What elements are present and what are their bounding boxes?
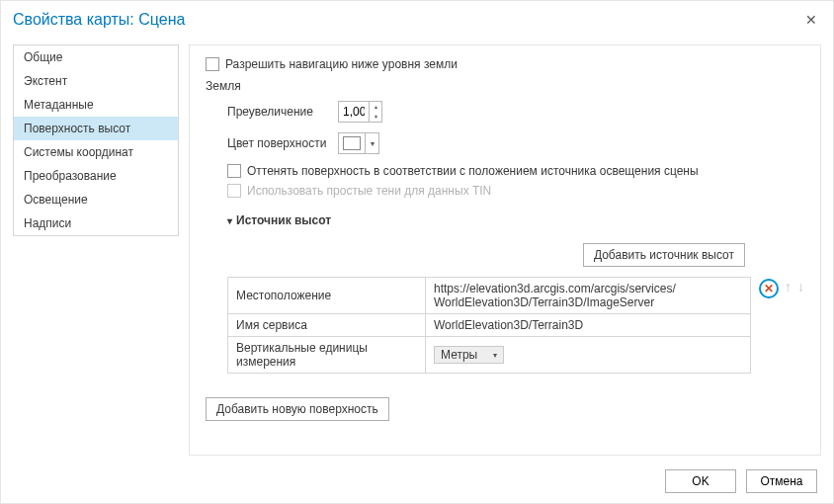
dialog-title: Свойства карты: Сцена — [13, 11, 801, 29]
table-row: Вертикальные единицы измерения Метры ▾ — [228, 337, 751, 374]
location-label: Местоположение — [228, 278, 426, 314]
sidebar-item-labels[interactable]: Надписи — [14, 211, 178, 235]
spinner-up-icon[interactable]: ▴ — [370, 102, 381, 112]
spinner-down-icon[interactable]: ▾ — [370, 112, 381, 122]
sidebar-item-transformation[interactable]: Преобразование — [14, 164, 178, 188]
ground-section-label: Земля — [206, 79, 804, 93]
add-elevation-source-button[interactable]: Добавить источник высот — [583, 243, 745, 267]
vertical-units-value: Метры — [441, 348, 477, 362]
location-value: https://elevation3d.arcgis.com/arcgis/se… — [426, 278, 735, 314]
exaggeration-spinner[interactable]: ▴ ▾ — [338, 101, 382, 123]
allow-below-checkbox[interactable] — [206, 57, 219, 71]
add-new-surface-button[interactable]: Добавить новую поверхность — [206, 397, 389, 421]
vertical-units-dropdown[interactable]: Метры ▾ — [434, 346, 504, 364]
color-swatch — [343, 136, 361, 150]
sidebar-item-coord-systems[interactable]: Системы координат — [14, 140, 178, 164]
tin-checkbox — [227, 184, 241, 198]
remove-source-button[interactable]: ✕ — [759, 279, 779, 298]
surface-color-picker[interactable]: ▾ — [338, 132, 379, 154]
tin-label: Использовать простые тени для данных TIN — [247, 184, 491, 198]
cancel-button[interactable]: Отмена — [746, 469, 817, 493]
collapse-icon: ▾ — [227, 215, 232, 226]
close-icon[interactable]: ✕ — [801, 12, 821, 28]
move-down-icon: ↓ — [797, 279, 804, 294]
sidebar-item-elevation-surface[interactable]: Поверхность высот — [14, 117, 178, 140]
exaggeration-input[interactable] — [339, 102, 369, 122]
sidebar-item-illumination[interactable]: Освещение — [14, 188, 178, 211]
sidebar-item-general[interactable]: Общие — [14, 45, 178, 69]
allow-below-label: Разрешить навигацию ниже уровня земли — [225, 57, 458, 71]
table-row: Местоположение https://elevation3d.arcgi… — [228, 278, 751, 314]
shade-label: Оттенять поверхность в соответствии с по… — [247, 164, 699, 178]
content-panel: Разрешить навигацию ниже уровня земли Зе… — [189, 44, 821, 456]
table-row: Имя сервиса WorldElevation3D/Terrain3D — [228, 314, 751, 337]
move-up-icon: ↑ — [785, 279, 792, 294]
exaggeration-label: Преувеличение — [227, 105, 338, 119]
sidebar: Общие Экстент Метаданные Поверхность выс… — [13, 44, 179, 236]
ok-button[interactable]: OK — [665, 469, 736, 493]
elevation-source-label: Источник высот — [236, 213, 331, 227]
service-name-value: WorldElevation3D/Terrain3D — [426, 314, 735, 337]
surface-color-label: Цвет поверхности — [227, 136, 338, 150]
vertical-units-label: Вертикальные единицы измерения — [228, 337, 426, 374]
elevation-source-header[interactable]: ▾ Источник высот — [227, 213, 804, 227]
chevron-down-icon[interactable]: ▾ — [365, 133, 378, 153]
shade-checkbox[interactable] — [227, 164, 241, 178]
sidebar-item-extent[interactable]: Экстент — [14, 69, 178, 93]
elevation-source-grid: Местоположение https://elevation3d.arcgi… — [227, 277, 751, 374]
service-name-label: Имя сервиса — [228, 314, 426, 337]
chevron-down-icon[interactable]: ▾ — [493, 351, 497, 360]
sidebar-item-metadata[interactable]: Метаданные — [14, 93, 178, 117]
